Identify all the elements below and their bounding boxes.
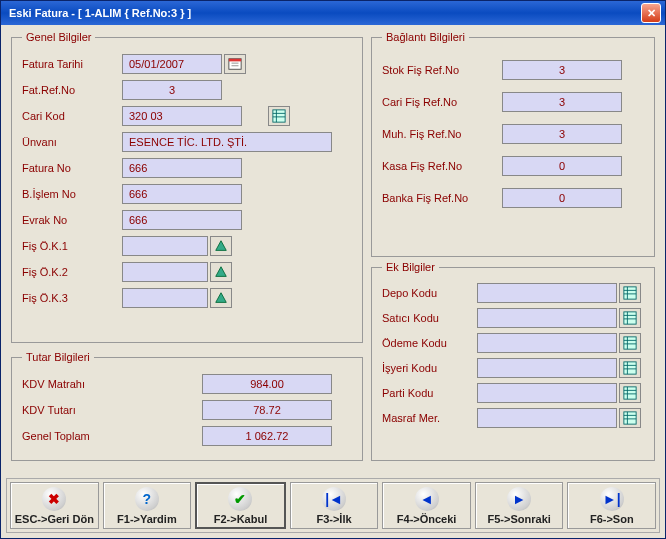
isyeri-kodu-label: İşyeri Kodu: [382, 362, 477, 374]
f5-sonraki-button[interactable]: ► F5->Sonraki: [475, 482, 564, 529]
app-window: Eski Fatura - [ 1-ALIM { Ref.No:3 } ] ✕ …: [0, 0, 666, 539]
window-title: Eski Fatura - [ 1-ALIM { Ref.No:3 } ]: [9, 7, 191, 19]
help-icon: ?: [135, 487, 159, 511]
close-button[interactable]: ✕: [641, 3, 661, 23]
title-bar: Eski Fatura - [ 1-ALIM { Ref.No:3 } ] ✕: [1, 1, 665, 25]
kdv-matrahi-field: 984.00: [202, 374, 332, 394]
unvani-label: Ünvanı: [22, 136, 122, 148]
fat-refno-label: Fat.Ref.No: [22, 84, 122, 96]
lookup-icon[interactable]: [268, 106, 290, 126]
muh-fis-label: Muh. Fiş Ref.No: [382, 128, 502, 140]
fis-ok3-label: Fiş Ö.K.3: [22, 292, 122, 304]
bislem-no-field[interactable]: 666: [122, 184, 242, 204]
client-area: Genel Bilgiler Fatura Tarihi 05/01/2007 …: [1, 25, 665, 538]
cari-kod-field[interactable]: 320 03: [122, 106, 242, 126]
banka-fis-label: Banka Fiş Ref.No: [382, 192, 502, 204]
svg-rect-12: [624, 312, 636, 324]
fat-refno-field[interactable]: 3: [122, 80, 222, 100]
svg-rect-4: [273, 110, 285, 122]
genel-toplam-field: 1 062.72: [202, 426, 332, 446]
masraf-mer-label: Masraf Mer.: [382, 412, 477, 424]
masraf-mer-field[interactable]: [477, 408, 617, 428]
f4-label: F4->Önceki: [397, 513, 457, 525]
prev-icon: ◄: [415, 487, 439, 511]
lookup-icon[interactable]: [619, 408, 641, 428]
baglanti-legend: Bağlantı Bilgileri: [382, 31, 469, 43]
accept-icon: ✔: [228, 487, 252, 511]
f6-label: F6->Son: [590, 513, 634, 525]
lookup-icon[interactable]: [210, 236, 232, 256]
ek-bilgiler-group: Ek Bilgiler Depo Kodu Satıcı Kodu Ödeme …: [371, 261, 655, 461]
lookup-icon[interactable]: [619, 383, 641, 403]
svg-rect-8: [624, 287, 636, 299]
f1-yardim-button[interactable]: ? F1->Yardim: [103, 482, 192, 529]
genel-toplam-label: Genel Toplam: [22, 430, 132, 442]
parti-kodu-field[interactable]: [477, 383, 617, 403]
kasa-fis-label: Kasa Fiş Ref.No: [382, 160, 502, 172]
genel-bilgiler-group: Genel Bilgiler Fatura Tarihi 05/01/2007 …: [11, 31, 363, 343]
isyeri-kodu-field[interactable]: [477, 358, 617, 378]
fatura-no-field[interactable]: 666: [122, 158, 242, 178]
tutar-legend: Tutar Bilgileri: [22, 351, 94, 363]
f5-label: F5->Sonraki: [488, 513, 551, 525]
depo-kodu-field[interactable]: [477, 283, 617, 303]
evrak-no-label: Evrak No: [22, 214, 122, 226]
genel-legend: Genel Bilgiler: [22, 31, 95, 43]
fis-ok2-label: Fiş Ö.K.2: [22, 266, 122, 278]
f1-label: F1->Yardim: [117, 513, 177, 525]
calendar-icon[interactable]: [224, 54, 246, 74]
svg-rect-1: [229, 59, 241, 62]
f2-kabul-button[interactable]: ✔ F2->Kabul: [195, 482, 286, 529]
cancel-icon: ✖: [42, 487, 66, 511]
f6-son-button[interactable]: ►| F6->Son: [567, 482, 656, 529]
svg-rect-16: [624, 337, 636, 349]
kasa-fis-field[interactable]: 0: [502, 156, 622, 176]
odeme-kodu-field[interactable]: [477, 333, 617, 353]
fis-ok3-field[interactable]: [122, 288, 208, 308]
next-icon: ►: [507, 487, 531, 511]
f2-label: F2->Kabul: [214, 513, 267, 525]
fatura-no-label: Fatura No: [22, 162, 122, 174]
fatura-tarihi-field[interactable]: 05/01/2007: [122, 54, 222, 74]
kdv-tutari-field: 78.72: [202, 400, 332, 420]
satici-kodu-field[interactable]: [477, 308, 617, 328]
banka-fis-field[interactable]: 0: [502, 188, 622, 208]
footer-toolbar: ✖ ESC->Geri Dön ? F1->Yardim ✔ F2->Kabul…: [6, 478, 660, 533]
ek-legend: Ek Bilgiler: [382, 261, 439, 273]
fis-ok2-field[interactable]: [122, 262, 208, 282]
fis-ok1-field[interactable]: [122, 236, 208, 256]
f4-onceki-button[interactable]: ◄ F4->Önceki: [382, 482, 471, 529]
kdv-matrahi-label: KDV Matrahı: [22, 378, 132, 390]
satici-kodu-label: Satıcı Kodu: [382, 312, 477, 324]
fatura-tarihi-label: Fatura Tarihi: [22, 58, 122, 70]
stok-fis-field[interactable]: 3: [502, 60, 622, 80]
baglanti-bilgileri-group: Bağlantı Bilgileri Stok Fiş Ref.No 3 Car…: [371, 31, 655, 257]
lookup-icon[interactable]: [210, 262, 232, 282]
svg-rect-28: [624, 412, 636, 424]
svg-rect-20: [624, 362, 636, 374]
fis-ok1-label: Fiş Ö.K.1: [22, 240, 122, 252]
esc-geri-don-button[interactable]: ✖ ESC->Geri Dön: [10, 482, 99, 529]
parti-kodu-label: Parti Kodu: [382, 387, 477, 399]
f3-ilk-button[interactable]: |◄ F3->İlk: [290, 482, 379, 529]
svg-rect-24: [624, 387, 636, 399]
cari-kod-label: Cari Kod: [22, 110, 122, 122]
kdv-tutari-label: KDV Tutarı: [22, 404, 132, 416]
muh-fis-field[interactable]: 3: [502, 124, 622, 144]
evrak-no-field[interactable]: 666: [122, 210, 242, 230]
lookup-icon[interactable]: [619, 308, 641, 328]
tutar-bilgileri-group: Tutar Bilgileri KDV Matrahı 984.00 KDV T…: [11, 351, 363, 461]
bislem-no-label: B.İşlem No: [22, 188, 122, 200]
esc-label: ESC->Geri Dön: [15, 513, 94, 525]
odeme-kodu-label: Ödeme Kodu: [382, 337, 477, 349]
stok-fis-label: Stok Fiş Ref.No: [382, 64, 502, 76]
cari-fis-field[interactable]: 3: [502, 92, 622, 112]
first-icon: |◄: [322, 487, 346, 511]
lookup-icon[interactable]: [619, 333, 641, 353]
lookup-icon[interactable]: [619, 283, 641, 303]
unvani-field[interactable]: ESENCE TİC. LTD. ŞTİ.: [122, 132, 332, 152]
depo-kodu-label: Depo Kodu: [382, 287, 477, 299]
cari-fis-label: Cari Fiş Ref.No: [382, 96, 502, 108]
lookup-icon[interactable]: [210, 288, 232, 308]
lookup-icon[interactable]: [619, 358, 641, 378]
